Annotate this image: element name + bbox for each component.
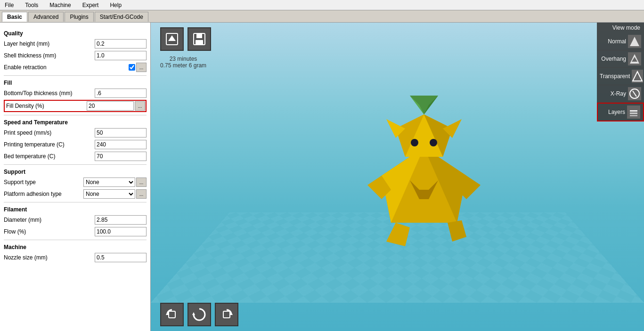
view-transparent-label: Transparent [600, 73, 632, 80]
machine-header: Machine [4, 244, 147, 250]
support-type-row: Support type None Touching buildplate Ev… [4, 177, 147, 187]
tab-advanced[interactable]: Advanced [28, 12, 64, 22]
save-gcode-button[interactable] [187, 27, 211, 51]
bottom-top-label: Bottom/Top thickness (mm) [4, 90, 95, 97]
diameter-label: Diameter (mm) [4, 217, 95, 223]
rotate-left-button[interactable] [160, 303, 184, 326]
menu-bar: File Tools Machine Expert Help [0, 0, 644, 10]
support-type-dots-btn[interactable]: ... [136, 178, 147, 187]
fill-density-row: Fill Density (%) ... [4, 100, 147, 112]
printing-temp-row: Printing temperature (C) [4, 139, 147, 150]
view-normal-label: Normal [600, 38, 628, 45]
platform-adhesion-row: Platform adhesion type None Brim Raft ..… [4, 189, 147, 199]
print-speed-label: Print speed (mm/s) [4, 129, 95, 136]
platform-adhesion-dots-btn[interactable]: ... [136, 189, 147, 199]
fill-density-dots-btn[interactable]: ... [135, 101, 145, 111]
print-material: 0.75 meter 6 gram [160, 62, 206, 69]
layer-height-label: Layer height (mm) [4, 40, 95, 47]
view-mode-panel: View mode Normal Overhang Transparent [597, 23, 644, 121]
view-xray-btn[interactable]: X-Ray [597, 85, 644, 103]
svg-marker-18 [386, 223, 410, 246]
printing-temp-label: Printing temperature (C) [4, 141, 95, 148]
layer-height-row: Layer height (mm) [4, 39, 147, 49]
rotate-right-button[interactable] [215, 303, 238, 326]
platform-adhesion-select[interactable]: None Brim Raft [83, 189, 135, 199]
svg-rect-34 [630, 110, 637, 112]
platform-adhesion-label: Platform adhesion type [4, 191, 83, 197]
quality-header: Quality [4, 30, 147, 37]
svg-marker-1 [168, 35, 176, 41]
menu-expert[interactable]: Expert [80, 1, 102, 9]
svg-marker-31 [633, 72, 642, 81]
fill-header: Fill [4, 80, 147, 86]
view-overhang-icon [628, 52, 641, 65]
fill-density-input[interactable] [87, 101, 134, 111]
svg-rect-27 [223, 311, 230, 318]
menu-machine[interactable]: Machine [47, 1, 73, 9]
menu-file[interactable]: File [2, 1, 16, 9]
view-layers-label: Layers [601, 109, 627, 115]
fill-density-label: Fill Density (%) [5, 103, 87, 109]
svg-marker-19 [448, 220, 466, 242]
flow-input[interactable] [95, 227, 147, 236]
tab-bar: Basic Advanced Plugins Start/End-GCode [0, 10, 644, 23]
rotate-reset-button[interactable] [187, 303, 211, 326]
view-layers-icon [627, 105, 640, 119]
svg-marker-25 [192, 312, 195, 315]
main-content: Quality Layer height (mm) Shell thicknes… [0, 23, 644, 331]
enable-retraction-row: Enable retraction ... [4, 62, 147, 73]
view-transparent-btn[interactable]: Transparent [597, 68, 644, 85]
view-overhang-label: Overhang [600, 56, 628, 62]
view-xray-label: X-Ray [600, 90, 628, 97]
nozzle-size-label: Nozzle size (mm) [4, 254, 95, 261]
shell-thickness-input[interactable] [95, 51, 147, 60]
svg-point-20 [411, 139, 418, 146]
bed-temp-input[interactable] [95, 152, 147, 161]
print-time: 23 minutes [160, 56, 206, 62]
tab-basic[interactable]: Basic [2, 12, 27, 22]
view-xray-icon [628, 87, 641, 100]
diameter-input[interactable] [95, 215, 147, 225]
speed-temp-header: Speed and Temperature [4, 119, 147, 126]
tab-startendgcode[interactable]: Start/End-GCode [95, 12, 148, 22]
view-normal-btn[interactable]: Normal [597, 33, 644, 50]
svg-point-21 [430, 139, 437, 146]
printing-temp-input[interactable] [95, 140, 147, 149]
svg-rect-3 [196, 33, 202, 38]
support-type-label: Support type [4, 179, 83, 186]
svg-rect-36 [630, 115, 637, 116]
bed-temp-label: Bed temperature (C) [4, 153, 95, 160]
bed-temp-row: Bed temperature (C) [4, 151, 147, 161]
bottom-top-row: Bottom/Top thickness (mm) [4, 88, 147, 98]
filament-header: Filament [4, 206, 147, 213]
view-layers-btn[interactable]: Layers [597, 103, 644, 121]
svg-rect-4 [196, 40, 203, 45]
svg-marker-28 [630, 37, 639, 46]
svg-line-33 [633, 91, 636, 97]
enable-retraction-label: Enable retraction [4, 64, 129, 71]
menu-help[interactable]: Help [107, 1, 124, 9]
3d-model [358, 91, 490, 260]
view-transparent-icon [632, 70, 643, 83]
print-speed-row: Print speed (mm/s) [4, 128, 147, 138]
diameter-row: Diameter (mm) [4, 215, 147, 225]
print-info: 23 minutes 0.75 meter 6 gram [160, 56, 206, 69]
3d-viewport[interactable]: 23 minutes 0.75 meter 6 gram [151, 23, 644, 331]
bottom-top-input[interactable] [95, 89, 147, 98]
viewport-toolbar [160, 27, 211, 51]
print-speed-input[interactable] [95, 128, 147, 137]
layer-height-input[interactable] [95, 39, 147, 48]
tab-plugins[interactable]: Plugins [65, 12, 93, 22]
view-mode-title: View mode [597, 23, 644, 33]
shell-thickness-row: Shell thickness (mm) [4, 50, 147, 61]
nozzle-size-input[interactable] [95, 253, 147, 262]
shell-thickness-label: Shell thickness (mm) [4, 52, 95, 59]
support-type-select[interactable]: None Touching buildplate Everywhere [83, 178, 135, 187]
load-model-button[interactable] [160, 27, 184, 51]
menu-tools[interactable]: Tools [22, 1, 41, 9]
enable-retraction-checkbox[interactable] [129, 64, 135, 71]
view-overhang-btn[interactable]: Overhang [597, 50, 644, 68]
settings-panel: Quality Layer height (mm) Shell thicknes… [0, 23, 151, 331]
svg-rect-35 [630, 113, 637, 114]
retraction-dots-btn[interactable]: ... [136, 63, 147, 72]
